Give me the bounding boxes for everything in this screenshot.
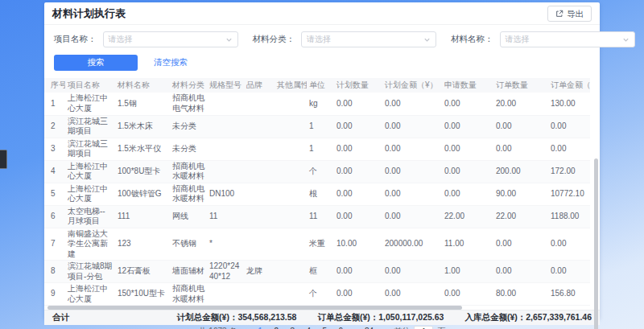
table-cell: 0.00 — [382, 183, 442, 205]
table-cell: 8 — [44, 261, 65, 283]
table-cell: 滨江花城三期项目 — [65, 138, 115, 160]
column-header: 项目名称 — [65, 78, 115, 93]
table-cell: 90.00 — [493, 183, 548, 205]
page-button[interactable]: 6 — [336, 325, 346, 329]
table-cell: 0.00 — [548, 228, 590, 261]
table-cell: 156.80 — [548, 283, 590, 306]
table-cell — [275, 261, 307, 283]
table-cell: 招商机电 水暖材料 — [170, 283, 207, 306]
filter-material-name: 材料名称：请选择 — [451, 31, 635, 47]
filter-material-name-select[interactable]: 请选择 — [500, 31, 635, 47]
table-cell: 上海松江中心大厦 — [65, 183, 115, 205]
table-row: 2滨江花城三期项目1.5米木床未分类10.000.000.000.000.00 — [44, 115, 590, 138]
filter-material-category-select[interactable]: 请选择 — [301, 31, 436, 47]
table-cell: 招商机电 水暖材料 — [170, 160, 207, 183]
goto-prefix-label: 前往 — [394, 326, 410, 329]
table-cell: 0.00 — [442, 160, 493, 183]
table-cell: 0.00 — [334, 283, 382, 306]
table-cell: 20.00 — [493, 93, 548, 115]
page-button[interactable]: 3 — [287, 325, 298, 329]
page-button[interactable]: 1 — [255, 325, 266, 329]
sidebar-collapsed-tab[interactable] — [0, 150, 7, 169]
table-cell — [275, 183, 307, 205]
table-cell: 12石膏板 — [115, 261, 170, 283]
table-cell: 4 — [44, 160, 65, 183]
goto-page-input[interactable] — [414, 326, 433, 329]
export-icon — [555, 10, 564, 18]
select-placeholder: 请选择 — [307, 34, 331, 45]
chevron-down-icon — [225, 36, 233, 43]
table-cell: 南铜盛达大学生公寓新建 — [65, 228, 115, 261]
table-cell: 200.00 — [493, 160, 548, 183]
select-placeholder: 请选择 — [109, 34, 133, 45]
table-cell: 150*10U型卡 — [115, 283, 170, 306]
vertical-scrollbar[interactable] — [594, 158, 598, 329]
table-cell: 0.00 — [382, 283, 442, 306]
table-cell: 6 — [44, 205, 65, 228]
table-cell — [207, 138, 244, 160]
goto-suffix-label: 页 — [437, 326, 445, 329]
table-cell: 200000.00 — [382, 228, 442, 261]
export-button[interactable]: 导出 — [547, 6, 592, 22]
table-cell: 0.00 — [334, 205, 382, 228]
page-button[interactable]: 5 — [320, 325, 330, 329]
table-cell — [275, 283, 307, 306]
table-cell: 上海松江中心大厦 — [65, 283, 115, 306]
search-button[interactable]: 搜索 — [54, 55, 138, 71]
table-cell: 0.00 — [382, 93, 442, 115]
table-cell: 0.00 — [382, 261, 442, 283]
page-button[interactable]: 2 — [271, 325, 282, 329]
chevron-down-icon — [423, 36, 431, 43]
table-cell: 11 — [207, 205, 244, 228]
table-cell: 1 — [44, 93, 65, 115]
page-button[interactable]: 4 — [303, 325, 314, 329]
clear-search-button[interactable]: 清空搜索 — [154, 57, 188, 68]
table-row: 5上海松江中心大厦100镀锌管G招商机电 水暖材料DN100根0.000.000… — [44, 183, 590, 205]
page-button[interactable]: 84 — [364, 325, 374, 329]
table-cell: 0.00 — [493, 115, 548, 138]
table-row: 9上海松江中心大厦150*10U型卡招商机电 水暖材料个0.000.000.00… — [44, 283, 590, 306]
table-cell: 个 — [307, 283, 334, 306]
table-cell — [244, 93, 275, 115]
column-header: 其他属性 — [275, 78, 307, 93]
table-cell: 0.00 — [334, 160, 382, 183]
select-placeholder: 请选择 — [506, 34, 530, 45]
table-cell: * — [207, 228, 244, 261]
column-header: 材料名称 — [115, 78, 170, 93]
export-button-label: 导出 — [567, 8, 584, 19]
table-cell: 1 — [307, 138, 334, 160]
table-area: 序号项目名称材料名称材料分类规格型号品牌其他属性单位计划数量计划金额（¥）申请数… — [44, 78, 600, 306]
table-cell: 0.00 — [334, 261, 382, 283]
table-cell: 1.5米水平仪 — [115, 138, 170, 160]
table-cell: 10.00 — [334, 228, 382, 261]
table-row: 7南铜盛达大学生公寓新建123不锈钢*米重10.00200000.0011.00… — [44, 228, 590, 261]
column-header: 材料分类 — [170, 78, 207, 93]
table-cell: 米重 — [307, 228, 334, 261]
table-cell: 0.00 — [548, 138, 590, 160]
table-row: 4上海松江中心大厦100*8U型卡招商机电 水暖材料个0.000.000.002… — [44, 160, 590, 183]
summary-total: 订单总金额(¥)：1,050,117,025.63 — [317, 312, 444, 323]
pagination-bar: 共 1673 条 ‹123456...84› 前往 页 — [44, 325, 600, 329]
table-cell: 0.00 — [334, 138, 382, 160]
table-cell: 0.00 — [334, 183, 382, 205]
summary-label: 合计 — [52, 312, 69, 323]
table-cell — [244, 283, 275, 306]
table-cell — [207, 93, 244, 115]
table-cell: 1.5钢 — [115, 93, 170, 115]
table-cell: 未分类 — [170, 138, 207, 160]
filter-project-name-select[interactable]: 请选择 — [103, 31, 238, 47]
table-cell: 龙牌 — [244, 261, 275, 283]
title-bar: 材料计划执行表 导出 — [44, 2, 600, 25]
table-cell: 框 — [307, 261, 334, 283]
table-cell: 1.00 — [442, 261, 493, 283]
table-cell: 22.00 — [442, 205, 493, 228]
table-cell: 11.00 — [442, 228, 493, 261]
table-cell — [244, 228, 275, 261]
table-cell: 5 — [44, 183, 65, 205]
filter-label: 项目名称： — [54, 34, 97, 45]
table-cell: 111 — [115, 205, 170, 228]
table-cell: 网线 — [170, 205, 207, 228]
table-cell: 0.00 — [382, 138, 442, 160]
table-cell: 0.00 — [334, 93, 382, 115]
table-cell: 滨江花城8期项目-分包 — [65, 261, 115, 283]
